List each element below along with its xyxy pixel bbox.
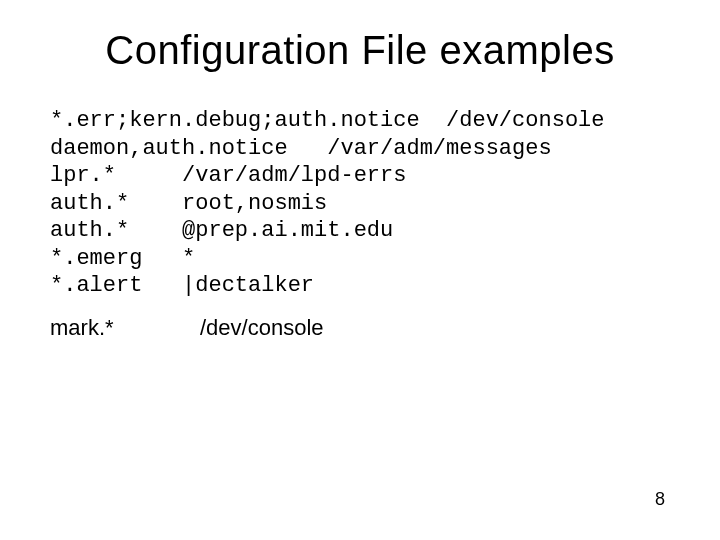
code-line-2: daemon,auth.notice /var/adm/messages — [50, 136, 552, 161]
config-code-block: *.err;kern.debug;auth.notice /dev/consol… — [50, 107, 670, 300]
slide: Configuration File examples *.err;kern.d… — [0, 0, 720, 540]
code-line-5: auth.* @prep.ai.mit.edu — [50, 218, 393, 243]
page-number: 8 — [655, 489, 665, 510]
aux-left: mark.* — [50, 314, 200, 342]
aux-line: mark.*/dev/console — [50, 314, 670, 342]
code-line-6: *.emerg * — [50, 246, 195, 271]
code-line-4: auth.* root,nosmis — [50, 191, 327, 216]
code-line-7: *.alert |dectalker — [50, 273, 314, 298]
slide-title: Configuration File examples — [50, 28, 670, 73]
code-line-1: *.err;kern.debug;auth.notice /dev/consol… — [50, 108, 605, 133]
code-line-3: lpr.* /var/adm/lpd-errs — [50, 163, 406, 188]
aux-right: /dev/console — [200, 315, 324, 340]
